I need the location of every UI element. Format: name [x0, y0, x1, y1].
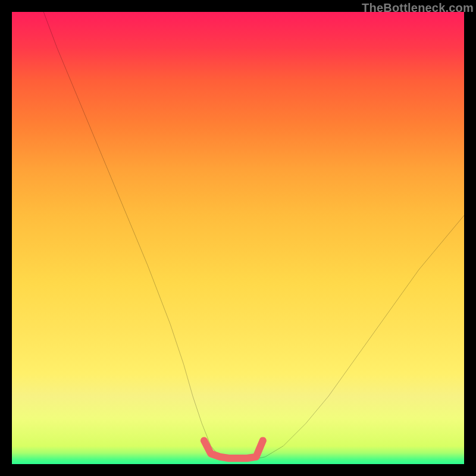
- curve-line: [43, 12, 464, 459]
- chart-frame: TheBottleneck.com: [0, 0, 476, 476]
- chart-svg: [12, 12, 464, 464]
- plot-area: [12, 12, 464, 464]
- attribution-label: TheBottleneck.com: [362, 1, 474, 15]
- highlight-line: [204, 440, 263, 458]
